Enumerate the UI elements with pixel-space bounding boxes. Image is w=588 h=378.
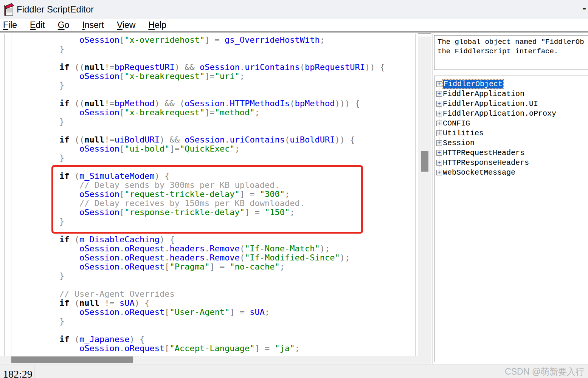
cursor-position: 182:29 xyxy=(3,368,33,378)
code-line: oSession.oRequest["User-Agent"] = sUA; xyxy=(59,308,385,317)
tree-item-fiddlerapplication-ui[interactable]: +FiddlerApplication.UI xyxy=(434,99,588,108)
code-line: if (m_Japanese) { xyxy=(59,335,385,344)
code-line: oSession["x-breakrequest"]="method"; xyxy=(59,108,385,117)
fiddler-notebook-icon xyxy=(3,3,14,16)
code-line: oSession.oRequest["Pragma"] = "no-cache"… xyxy=(59,262,385,271)
code-line: oSession.oRequest.headers.Remove("If-Non… xyxy=(59,244,385,253)
tree-item-label: Utilities xyxy=(443,129,484,138)
expand-plus-icon[interactable]: + xyxy=(436,150,442,156)
expand-plus-icon[interactable]: + xyxy=(436,121,442,126)
editor-margin-line xyxy=(4,34,5,356)
horizontal-scrollbar-thumb[interactable] xyxy=(11,356,133,363)
tree-item-label: FiddlerApplication.UI xyxy=(443,99,538,108)
tree-item-session[interactable]: +Session xyxy=(434,138,588,148)
code-line xyxy=(59,54,385,63)
tree-item-label: FiddlerObject xyxy=(443,80,503,88)
expand-plus-icon[interactable]: + xyxy=(436,170,442,175)
expand-plus-icon[interactable]: + xyxy=(436,130,442,136)
minimize-button[interactable]: - xyxy=(582,2,586,14)
tree-item-httprequestheaders[interactable]: +HTTPRequestHeaders xyxy=(434,148,588,158)
editor-border xyxy=(416,34,416,364)
tree-item-label: HTTPResponseHeaders xyxy=(443,158,529,167)
menu-bar: FileEditGoInsertViewHelp xyxy=(0,19,588,33)
status-bar xyxy=(0,364,588,378)
expand-plus-icon[interactable]: + xyxy=(436,111,442,116)
code-line: oSession.oRequest.headers.Remove("If-Mod… xyxy=(59,253,385,262)
code-line: if ((null!=bpRequestURI) && oSession.uri… xyxy=(59,63,385,72)
pane-divider xyxy=(433,34,433,364)
expand-plus-icon[interactable]: + xyxy=(436,101,442,107)
code-line: } xyxy=(59,81,385,90)
code-line: } xyxy=(59,271,385,280)
description-line: The global object named "FiddlerOb xyxy=(438,37,588,47)
code-line: } xyxy=(59,117,385,126)
code-line xyxy=(59,280,385,290)
tree-item-label: CONFIG xyxy=(443,119,470,128)
tree-item-label: WebSocketMessage xyxy=(443,168,515,177)
tree-item-config[interactable]: +CONFIG xyxy=(434,118,588,128)
menu-item-edit[interactable]: Edit xyxy=(30,20,45,30)
tree-item-fiddlerapplication-oproxy[interactable]: +FiddlerApplication.oProxy xyxy=(434,108,588,118)
class-tree-panel: +FiddlerObject+FiddlerApplication+Fiddle… xyxy=(434,76,588,362)
tree-item-label: FiddlerApplication xyxy=(443,90,524,98)
menu-item-view[interactable]: View xyxy=(117,20,135,30)
expand-plus-icon[interactable]: + xyxy=(436,81,442,87)
tree-item-label: HTTPRequestHeaders xyxy=(443,149,524,157)
title-bar: Fiddler ScriptEditor - xyxy=(0,0,588,19)
code-line: } xyxy=(59,153,385,163)
code-line xyxy=(59,126,385,135)
window-title: Fiddler ScriptEditor xyxy=(17,4,94,15)
tree-item-websocketmessage[interactable]: +WebSocketMessage xyxy=(434,167,588,177)
menu-item-insert[interactable]: Insert xyxy=(82,20,104,30)
status-separator xyxy=(415,366,415,378)
code-line: if (null != sUA) { xyxy=(59,299,385,308)
menu-item-go[interactable]: Go xyxy=(58,20,70,30)
code-line xyxy=(59,326,385,335)
tree-item-fiddlerobject[interactable]: +FiddlerObject xyxy=(434,79,588,89)
status-separator xyxy=(34,366,34,378)
code-line xyxy=(59,90,385,99)
scrollbar-gripper[interactable] xyxy=(418,33,431,37)
tree-item-fiddlerapplication[interactable]: +FiddlerApplication xyxy=(434,89,588,99)
expand-plus-icon[interactable]: + xyxy=(436,91,442,97)
annotation-red-box xyxy=(51,165,363,234)
code-line: oSession["x-breakrequest"]="uri"; xyxy=(59,72,385,81)
description-line: the FiddlerScript interface. xyxy=(438,47,588,56)
code-line: oSession["x-overridehost"] = gs_Override… xyxy=(59,36,385,45)
expand-plus-icon[interactable]: + xyxy=(436,160,442,166)
watermark: CSDN @萌新要入行 xyxy=(505,366,584,378)
tree-item-httpresponseheaders[interactable]: +HTTPResponseHeaders xyxy=(434,158,588,167)
code-line: oSession.oRequest["Accept-Language"] = "… xyxy=(59,344,385,353)
expand-plus-icon[interactable]: + xyxy=(436,140,442,146)
code-line: // User-Agent Overrides xyxy=(59,290,385,299)
code-line: if ((null!=bpMethod) && (oSession.HTTPMe… xyxy=(59,99,385,108)
code-line: if (m_DisableCaching) { xyxy=(59,235,385,244)
menu-item-help[interactable]: Help xyxy=(148,20,166,30)
vertical-scrollbar[interactable] xyxy=(418,33,431,364)
code-line: oSession["ui-bold"]="QuickExec"; xyxy=(59,144,385,153)
editor-margin-line xyxy=(11,34,11,356)
tree-item-utilities[interactable]: +Utilities xyxy=(434,128,588,138)
vertical-scrollbar-thumb[interactable] xyxy=(421,151,428,172)
tree-item-label: Session xyxy=(443,139,475,147)
menu-item-file[interactable]: File xyxy=(3,20,17,30)
code-line: } xyxy=(59,45,385,54)
tree-item-label: FiddlerApplication.oProxy xyxy=(443,109,556,118)
class-description-panel: The global object named "FiddlerObthe Fi… xyxy=(434,35,588,70)
code-line: } xyxy=(59,317,385,326)
code-line: if ((null!=uiBoldURI) && oSession.uriCon… xyxy=(59,135,385,144)
